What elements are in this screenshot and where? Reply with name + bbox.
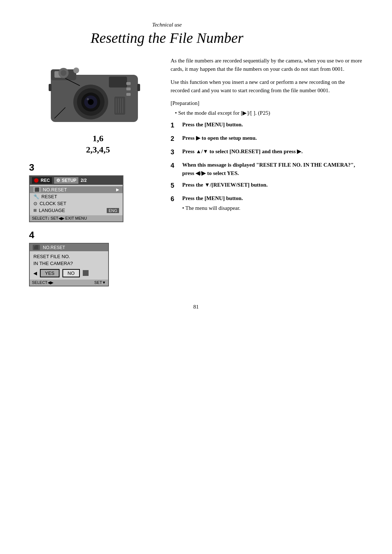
menu-row-no-reset[interactable]: ⬛ NO.RESET ▶ [30, 186, 123, 193]
step-4-row: 4 When this message is displayed "RESET … [171, 161, 363, 177]
step-2-num: 2 [171, 134, 177, 144]
dialog-message-line1: RESET FILE NO. [33, 253, 105, 260]
dialog-body: RESET FILE NO. IN THE CAMERA? ◀ YES NO [30, 251, 108, 279]
step-6-bullet-text: The menu will disappear. [185, 205, 241, 211]
dialog-footer-left: SELECT◀▶ [32, 280, 53, 285]
svg-rect-13 [126, 82, 131, 85]
setup-icon: ⚙ [56, 178, 60, 183]
right-block-icon [83, 270, 89, 276]
no-label: NO [68, 270, 75, 276]
step-3-label: 3 [29, 162, 160, 173]
yes-label: YES [45, 270, 54, 276]
clock-set-label: CLOCK SET [40, 201, 66, 206]
dialog-screen-4: ⬛ NO.RESET RESET FILE NO. IN THE CAMERA?… [29, 243, 109, 286]
svg-rect-22 [137, 84, 140, 91]
step-4-label: 4 [29, 229, 160, 241]
step-4-bold: When this message is displayed "RESET FI… [182, 162, 355, 176]
menu-screen-3: REC ⚙ SETUP 2/2 ⬛ NO.RESET ▶ 🔧 [29, 175, 123, 222]
step-3-bold: Press ▲/▼ to select [NO.RESET] and then … [182, 148, 303, 154]
dialog-header-icon: ⬛ [33, 245, 40, 250]
no-reset-icon: ⬛ [33, 187, 41, 192]
step-6-bold: Press the [MENU] button. [182, 195, 243, 201]
left-column: 1,6 2,3,4,5 3 REC ⚙ SETUP 2/2 [29, 57, 160, 289]
svg-point-11 [61, 70, 66, 76]
dialog-message: RESET FILE NO. IN THE CAMERA? [33, 253, 105, 266]
menu-body: ⬛ NO.RESET ▶ 🔧 RESET ⊙ CLOCK SET ⊞ LA [30, 185, 123, 215]
reset-icon: 🔧 [33, 194, 39, 199]
yes-button[interactable]: YES [40, 269, 60, 277]
intro-para-2: Use this function when you insert a new … [171, 78, 363, 95]
svg-rect-21 [49, 84, 52, 91]
rec-label: REC [41, 178, 50, 183]
no-reset-arrow: ▶ [116, 187, 119, 192]
language-label: LANGUAGE [39, 208, 65, 213]
setup-label: SETUP [62, 178, 76, 183]
rec-dot-icon [34, 178, 38, 183]
step-1-text: Press the [MENU] button. [182, 121, 243, 129]
page-title: Resetting the File Number [0, 29, 334, 46]
reset-label: RESET [41, 194, 57, 199]
dialog-header: ⬛ NO.RESET [30, 244, 108, 251]
right-column: As the file numbers are recorded sequent… [171, 57, 363, 289]
camera-label-2: 2,3,4,5 [36, 144, 160, 155]
menu-footer: SELECT↕ SET◀▶ EXIT MENU [30, 215, 123, 221]
svg-point-12 [73, 68, 79, 73]
step-4-text: When this message is displayed "RESET FI… [182, 161, 363, 177]
preparation-label: [Preparation] [171, 99, 363, 107]
step-1-num: 1 [171, 121, 177, 130]
step-5-text: Press the ▼/[REVIEW/SET] button. [182, 181, 268, 189]
step-3-text: Press ▲/▼ to select [NO.RESET] and then … [182, 147, 303, 156]
step-5-row: 5 Press the ▼/[REVIEW/SET] button. [171, 181, 363, 191]
dialog-footer-right: SET▼ [94, 280, 106, 285]
technical-use-label: Technical use [0, 22, 334, 28]
camera-label-1: 1,6 [36, 133, 160, 144]
page-indicator: 2/2 [81, 178, 87, 183]
clock-icon: ⊙ [33, 201, 37, 206]
step-5-bold: Press the ▼/[REVIEW/SET] button. [182, 182, 268, 188]
step-6-row: 6 Press the [MENU] button. • The menu wi… [171, 194, 363, 212]
menu-footer-text: SELECT↕ SET◀▶ EXIT MENU [32, 216, 87, 221]
no-reset-label: NO.RESET [43, 187, 67, 192]
menu-header: REC ⚙ SETUP 2/2 [30, 176, 123, 185]
step-2-row: 2 Press ▶ to open the setup menu. [171, 134, 363, 144]
svg-rect-14 [126, 87, 131, 90]
setup-indicator: ⚙ SETUP [54, 177, 78, 184]
svg-point-6 [88, 99, 94, 105]
intro-para-1: As the file numbers are recorded sequent… [171, 57, 363, 74]
step-3-row: 3 Press ▲/▼ to select [NO.RESET] and the… [171, 147, 363, 157]
step-2-text: Press ▶ to open the setup menu. [182, 134, 257, 142]
step-1-bold: Press the [MENU] button. [182, 122, 243, 127]
step-6-bullet: • The menu will disappear. [182, 204, 243, 212]
dialog-header-label: NO.RESET [43, 245, 65, 250]
svg-rect-8 [109, 77, 127, 87]
left-chevron-icon: ◀ [33, 270, 37, 276]
menu-row-clock-set[interactable]: ⊙ CLOCK SET [30, 200, 123, 207]
dialog-message-line2: IN THE CAMERA? [33, 260, 105, 267]
camera-image [44, 57, 145, 129]
page-number: 81 [29, 304, 363, 310]
dialog-footer: SELECT◀▶ SET▼ [30, 280, 108, 286]
menu-row-reset[interactable]: 🔧 RESET [30, 193, 123, 200]
step-3-num: 3 [171, 147, 177, 157]
language-icon: ⊞ [33, 208, 37, 213]
step-4-num: 4 [171, 161, 177, 171]
step-6-text: Press the [MENU] button. • The menu will… [182, 194, 243, 212]
step-5-num: 5 [171, 181, 177, 191]
page: Technical use Resetting the File Number [0, 0, 392, 554]
step-2-bold: Press ▶ to open the setup menu. [182, 135, 257, 141]
preparation-bullet: • Set the mode dial except for [▶]/[ ]. … [175, 109, 363, 117]
menu-row-language[interactable]: ⊞ LANGUAGE ENG [30, 207, 123, 214]
step-6-num: 6 [171, 194, 177, 204]
dialog-buttons: ◀ YES NO [33, 269, 105, 277]
steps-section: 1 Press the [MENU] button. 2 Press ▶ to … [171, 121, 363, 212]
no-button[interactable]: NO [62, 269, 80, 277]
language-value: ENG [107, 208, 119, 213]
prep-bullet-text: Set the mode dial except for [▶]/[ ]. (P… [178, 110, 270, 116]
main-content: 1,6 2,3,4,5 3 REC ⚙ SETUP 2/2 [29, 57, 363, 289]
rec-indicator: REC [32, 177, 52, 184]
camera-labels: 1,6 2,3,4,5 [36, 133, 160, 155]
svg-point-7 [87, 98, 89, 100]
svg-rect-15 [126, 93, 131, 96]
step-1-row: 1 Press the [MENU] button. [171, 121, 363, 130]
